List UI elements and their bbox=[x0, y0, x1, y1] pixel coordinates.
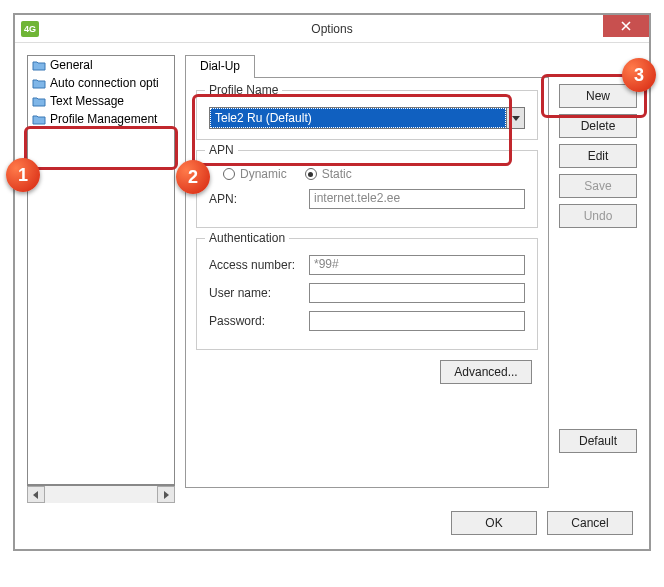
content-area: General Auto connection opti Text Messag… bbox=[15, 43, 649, 511]
scroll-left-button[interactable] bbox=[27, 486, 45, 503]
sidebar-item-text-message[interactable]: Text Message bbox=[28, 92, 174, 110]
profile-name-label: Profile Name bbox=[205, 83, 282, 97]
apn-static-radio[interactable]: Static bbox=[305, 167, 352, 181]
chevron-right-icon bbox=[162, 491, 170, 499]
password-row: Password: bbox=[209, 311, 525, 331]
default-button[interactable]: Default bbox=[559, 429, 637, 453]
folder-icon bbox=[32, 77, 46, 89]
radio-label: Static bbox=[322, 167, 352, 181]
delete-button[interactable]: Delete bbox=[559, 114, 637, 138]
tab-pane: Dial-Up Profile Name Tele2 Ru (Default) bbox=[185, 55, 549, 503]
radio-icon bbox=[305, 168, 317, 180]
access-number-label: Access number: bbox=[209, 258, 301, 272]
tab-panel: Profile Name Tele2 Ru (Default) APN bbox=[185, 78, 549, 488]
close-icon bbox=[621, 21, 631, 31]
sidebar-container: General Auto connection opti Text Messag… bbox=[27, 55, 175, 503]
auth-group-label: Authentication bbox=[205, 231, 289, 245]
apn-label: APN: bbox=[209, 192, 301, 206]
password-input[interactable] bbox=[309, 311, 525, 331]
username-label: User name: bbox=[209, 286, 301, 300]
sidebar-item-general[interactable]: General bbox=[28, 56, 174, 74]
sidebar-item-label: General bbox=[50, 58, 93, 72]
scroll-right-button[interactable] bbox=[157, 486, 175, 503]
apn-group-label: APN bbox=[205, 143, 238, 157]
chevron-left-icon bbox=[32, 491, 40, 499]
col-spacer2 bbox=[559, 459, 637, 503]
chevron-down-icon bbox=[512, 114, 520, 122]
options-window: 4G Options General Auto connection opti … bbox=[13, 13, 651, 551]
col-spacer bbox=[559, 55, 637, 78]
advanced-button[interactable]: Advanced... bbox=[440, 360, 532, 384]
save-button[interactable]: Save bbox=[559, 174, 637, 198]
access-number-row: Access number: *99# bbox=[209, 255, 525, 275]
radio-label: Dynamic bbox=[240, 167, 287, 181]
folder-icon bbox=[32, 113, 46, 125]
col-flex-spacer bbox=[559, 234, 637, 423]
tab-filler bbox=[255, 55, 549, 78]
new-button[interactable]: New bbox=[559, 84, 637, 108]
sidebar-tree[interactable]: General Auto connection opti Text Messag… bbox=[27, 55, 175, 485]
username-input[interactable] bbox=[309, 283, 525, 303]
profile-name-group: Profile Name Tele2 Ru (Default) bbox=[196, 90, 538, 140]
side-button-column: New Delete Edit Save Undo Default bbox=[559, 55, 637, 503]
app-badge-icon: 4G bbox=[21, 21, 39, 37]
folder-icon bbox=[32, 95, 46, 107]
apn-radio-row: Dynamic Static bbox=[209, 167, 525, 181]
sidebar-item-autoconn[interactable]: Auto connection opti bbox=[28, 74, 174, 92]
tab-dialup[interactable]: Dial-Up bbox=[185, 55, 255, 78]
window-title: Options bbox=[311, 22, 352, 36]
sidebar-item-label: Profile Management bbox=[50, 112, 157, 126]
profile-selected: Tele2 Ru (Default) bbox=[210, 108, 506, 128]
access-number-input[interactable]: *99# bbox=[309, 255, 525, 275]
titlebar: 4G Options bbox=[15, 15, 649, 43]
scroll-track[interactable] bbox=[45, 486, 157, 503]
apn-group: APN Dynamic Static AP bbox=[196, 150, 538, 228]
apn-dynamic-radio[interactable]: Dynamic bbox=[223, 167, 287, 181]
folder-icon bbox=[32, 59, 46, 71]
apn-input[interactable]: internet.tele2.ee bbox=[309, 189, 525, 209]
cancel-button[interactable]: Cancel bbox=[547, 511, 633, 535]
sidebar-hscroll[interactable] bbox=[27, 485, 175, 503]
tab-strip: Dial-Up bbox=[185, 55, 549, 78]
radio-icon bbox=[223, 168, 235, 180]
auth-group: Authentication Access number: *99# User … bbox=[196, 238, 538, 350]
sidebar-item-label: Text Message bbox=[50, 94, 124, 108]
apn-row: APN: internet.tele2.ee bbox=[209, 189, 525, 209]
profile-name-combobox[interactable]: Tele2 Ru (Default) bbox=[209, 107, 525, 129]
username-row: User name: bbox=[209, 283, 525, 303]
dialog-footer: OK Cancel bbox=[15, 511, 649, 549]
sidebar-item-profile-management[interactable]: Profile Management bbox=[28, 110, 174, 128]
main-area: Dial-Up Profile Name Tele2 Ru (Default) bbox=[185, 55, 637, 503]
ok-button[interactable]: OK bbox=[451, 511, 537, 535]
password-label: Password: bbox=[209, 314, 301, 328]
sidebar-item-label: Auto connection opti bbox=[50, 76, 159, 90]
undo-button[interactable]: Undo bbox=[559, 204, 637, 228]
close-button[interactable] bbox=[603, 15, 649, 37]
advanced-row: Advanced... bbox=[196, 360, 538, 384]
combo-dropdown-button[interactable] bbox=[506, 108, 524, 128]
edit-button[interactable]: Edit bbox=[559, 144, 637, 168]
